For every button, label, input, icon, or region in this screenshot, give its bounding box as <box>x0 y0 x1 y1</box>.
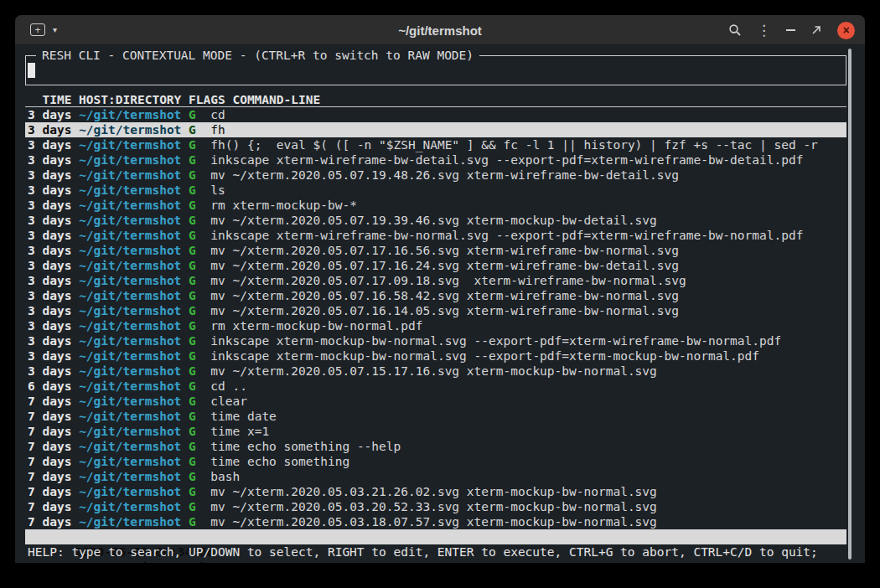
row-time: 7 days <box>28 470 71 483</box>
row-flags: G <box>189 440 196 453</box>
row-directory: ~/git/termshot <box>79 304 181 317</box>
row-flags: G <box>189 244 196 257</box>
row-directory: ~/git/termshot <box>79 168 181 182</box>
row-flags: G <box>189 364 196 378</box>
titlebar: + ▾ ~/git/termshot ⋮ <box>15 15 865 45</box>
row-command: cd .. <box>210 379 247 393</box>
row-command: fh() {; eval $( ([ -n "$ZSH_NAME" ] && f… <box>210 138 818 152</box>
history-row[interactable]: 3 days ~/git/termshot G mv ~/xterm.2020.… <box>25 258 846 273</box>
row-time: 3 days <box>28 183 71 197</box>
row-time: 7 days <box>28 395 71 408</box>
row-flags: G <box>189 138 196 152</box>
history-row[interactable]: 7 days ~/git/termshot G clear <box>25 394 846 409</box>
history-row[interactable]: 3 days ~/git/termshot G cd <box>25 107 846 122</box>
history-row[interactable]: 3 days ~/git/termshot G fh() {; eval $( … <box>25 137 846 152</box>
row-time: 7 days <box>28 500 71 513</box>
row-directory: ~/git/termshot <box>79 229 181 242</box>
history-row[interactable]: 7 days ~/git/termshot G mv ~/xterm.2020.… <box>25 484 846 499</box>
row-time: 7 days <box>28 455 71 468</box>
resh-search-box[interactable]: RESH CLI - CONTEXTUAL MODE - (CTRL+R to … <box>25 55 846 85</box>
row-time: 3 days <box>28 304 71 317</box>
row-flags: G <box>189 319 196 333</box>
titlebar-left-controls: + ▾ <box>30 23 57 36</box>
row-time: 3 days <box>28 259 71 272</box>
kebab-menu-icon: ⋮ <box>757 23 771 38</box>
row-flags: G <box>189 229 196 242</box>
row-flags: G <box>189 410 196 423</box>
history-row[interactable]: 7 days ~/git/termshot G time x=1 <box>25 424 846 439</box>
row-flags: G <box>189 334 196 348</box>
history-row[interactable]: 3 days ~/git/termshot G inkscape xterm-m… <box>25 333 846 348</box>
row-command: time date <box>210 410 277 423</box>
row-directory: ~/git/termshot <box>79 153 181 167</box>
history-row[interactable]: 3 days ~/git/termshot G inkscape xterm-m… <box>25 348 846 364</box>
history-row[interactable]: 3 days ~/git/termshot G mv ~/xterm.2020.… <box>25 213 846 228</box>
row-command: inkscape xterm-mockup-bw-normal.svg --ex… <box>210 349 759 363</box>
row-directory: ~/git/termshot <box>79 395 181 408</box>
history-row[interactable]: 3 days ~/git/termshot G rm xterm-mockup-… <box>25 318 846 333</box>
row-flags: G <box>189 485 196 498</box>
history-row[interactable]: 7 days ~/git/termshot G time echo someth… <box>25 439 846 454</box>
history-row[interactable]: 7 days ~/git/termshot G mv ~/xterm.2020.… <box>25 514 846 529</box>
row-directory: ~/git/termshot <box>79 244 181 257</box>
row-time: 3 days <box>28 349 71 363</box>
row-flags: G <box>189 470 196 483</box>
row-command: mv ~/xterm.2020.05.07.17.09.18.svg xterm… <box>210 274 686 287</box>
window-title: ~/git/termshot <box>398 23 482 37</box>
history-row[interactable]: 6 days ~/git/termshot G cd .. <box>25 379 846 394</box>
row-directory: ~/git/termshot <box>79 334 181 348</box>
search-icon <box>728 23 742 37</box>
close-button[interactable]: × <box>837 22 855 39</box>
row-command: mv ~/xterm.2020.05.03.18.07.57.svg xterm… <box>210 515 657 529</box>
menu-button[interactable]: ⋮ <box>757 23 771 38</box>
row-flags: G <box>189 108 196 121</box>
history-row-selected[interactable]: 3 days ~/git/termshot G fh <box>25 122 846 137</box>
row-command: mv ~/xterm.2020.05.03.21.26.02.svg xterm… <box>210 485 657 498</box>
history-row[interactable]: 3 days ~/git/termshot G mv ~/xterm.2020.… <box>25 168 846 183</box>
row-time: 7 days <box>28 425 71 438</box>
row-flags: G <box>189 153 196 167</box>
row-time: 3 days <box>28 334 71 348</box>
row-time: 3 days <box>28 123 71 137</box>
row-command: mv ~/xterm.2020.05.03.20.52.33.svg xterm… <box>210 500 657 513</box>
scrollbar[interactable] <box>848 49 852 560</box>
history-row[interactable]: 3 days ~/git/termshot G mv ~/xterm.2020.… <box>25 288 846 303</box>
text-cursor <box>28 63 35 78</box>
minimize-button[interactable] <box>786 29 795 31</box>
row-time: 6 days <box>28 379 71 393</box>
row-flags: G <box>189 168 196 182</box>
row-flags: G <box>189 425 196 438</box>
row-time: 7 days <box>28 410 71 423</box>
row-time: 3 days <box>28 214 71 227</box>
history-row[interactable]: 3 days ~/git/termshot G mv ~/xterm.2020.… <box>25 243 846 258</box>
history-row[interactable]: 3 days ~/git/termshot G rm xterm-mockup-… <box>25 198 846 213</box>
row-directory: ~/git/termshot <box>79 319 181 333</box>
row-flags: G <box>189 379 196 393</box>
row-command: time x=1 <box>210 425 269 438</box>
history-row[interactable]: 7 days ~/git/termshot G bash <box>25 469 846 484</box>
row-command: rm xterm-mockup-bw-normal.pdf <box>210 319 422 333</box>
history-row[interactable]: 3 days ~/git/termshot G inkscape xterm-w… <box>25 228 846 243</box>
history-row[interactable]: 3 days ~/git/termshot G mv ~/xterm.2020.… <box>25 364 846 379</box>
row-directory: ~/git/termshot <box>79 138 181 152</box>
history-row[interactable]: 3 days ~/git/termshot G mv ~/xterm.2020.… <box>25 273 846 288</box>
row-command: inkscape xterm-mockup-bw-normal.svg --ex… <box>210 334 781 348</box>
row-command: mv ~/xterm.2020.05.07.17.16.56.svg xterm… <box>210 244 679 257</box>
terminal-content[interactable]: RESH CLI - CONTEXTUAL MODE - (CTRL+R to … <box>15 55 865 563</box>
history-row[interactable]: 7 days ~/git/termshot G time echo someth… <box>25 454 846 469</box>
history-row[interactable]: 7 days ~/git/termshot G mv ~/xterm.2020.… <box>25 499 846 514</box>
row-time: 3 days <box>28 229 71 242</box>
chevron-down-icon: ▾ <box>53 25 57 34</box>
row-command: bash <box>210 470 240 483</box>
tab-dropdown-button[interactable]: ▾ <box>53 25 57 34</box>
history-row[interactable]: 3 days ~/git/termshot G inkscape xterm-w… <box>25 152 846 168</box>
new-tab-button[interactable]: + <box>30 23 45 36</box>
row-flags: G <box>189 455 196 468</box>
row-flags: G <box>189 395 196 408</box>
row-directory: ~/git/termshot <box>79 440 181 453</box>
history-row[interactable]: 7 days ~/git/termshot G time date <box>25 409 846 424</box>
restore-button[interactable] <box>810 24 822 36</box>
history-row[interactable]: 3 days ~/git/termshot G mv ~/xterm.2020.… <box>25 303 846 318</box>
history-row[interactable]: 3 days ~/git/termshot G ls <box>25 183 846 198</box>
search-button[interactable] <box>728 23 742 37</box>
